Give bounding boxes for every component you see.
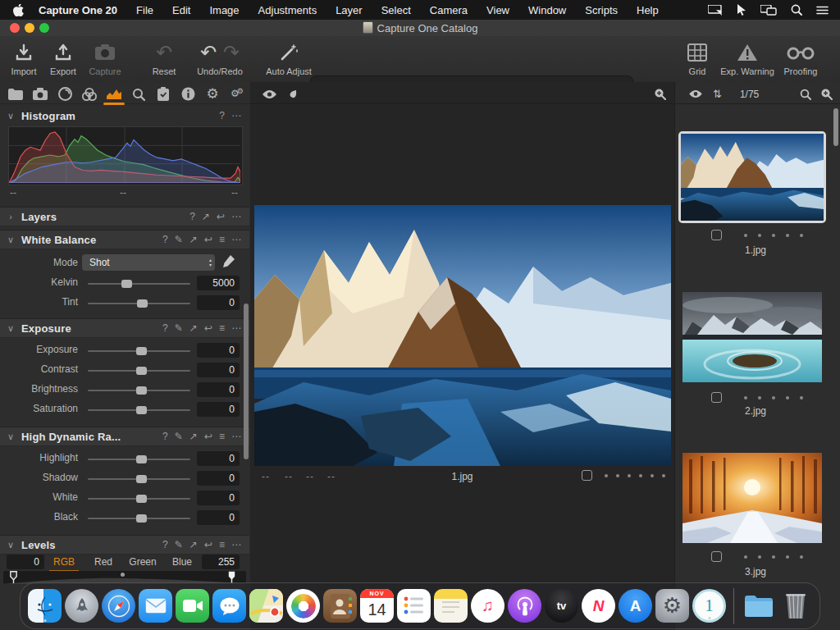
rating-dot[interactable]	[786, 555, 789, 559]
more-icon[interactable]: ⋯	[231, 427, 241, 445]
exposure-value[interactable]: 0	[197, 343, 240, 358]
rating-dot[interactable]	[758, 234, 761, 237]
help-icon[interactable]: ?	[162, 427, 168, 445]
menu-view[interactable]: View	[486, 4, 509, 16]
thumb-select-checkbox[interactable]	[711, 230, 722, 240]
levels-tab-red[interactable]: Red	[84, 556, 123, 568]
black-value[interactable]: 0	[197, 510, 240, 525]
dock-calendar-icon[interactable]: NOV 14	[360, 589, 394, 623]
reset-icon[interactable]: ↩	[204, 231, 212, 249]
shadow-slider[interactable]	[88, 478, 190, 480]
highlight-slider[interactable]	[88, 459, 190, 460]
dock-reminders-icon[interactable]	[397, 589, 431, 623]
eye-compare-icon[interactable]	[262, 89, 277, 99]
menu-select[interactable]: Select	[381, 4, 411, 16]
thumb-select-checkbox[interactable]	[711, 551, 722, 562]
menu-adjustments[interactable]: Adjustments	[258, 4, 317, 16]
white-value[interactable]: 0	[197, 491, 240, 505]
browser-scrollbar[interactable]	[833, 108, 838, 146]
rating-dot[interactable]	[772, 555, 775, 559]
more-icon[interactable]: ⋯	[231, 231, 241, 249]
highlight-value[interactable]: 0	[197, 451, 240, 466]
tint-slider[interactable]	[88, 303, 190, 304]
collapse-icon[interactable]: ∨	[0, 431, 21, 442]
tab-output-icon[interactable]: ⚙	[205, 87, 220, 102]
dock-trash-icon[interactable]	[778, 589, 812, 623]
thumb-select-checkbox[interactable]	[711, 392, 722, 403]
levels-mid-pin[interactable]	[121, 573, 125, 577]
dock-podcasts-icon[interactable]	[508, 589, 541, 623]
rating-dot[interactable]	[758, 555, 761, 559]
dock-capture-one-icon[interactable]: 1	[692, 589, 726, 623]
levels-shadow-pin[interactable]	[10, 571, 17, 582]
redo-icon[interactable]: ↷	[223, 43, 240, 62]
rating-dot[interactable]	[800, 555, 803, 559]
rating-dot[interactable]	[786, 396, 789, 399]
presets-icon[interactable]: ≡	[219, 536, 225, 554]
levels-tab-green[interactable]: Green	[123, 556, 162, 568]
undo-redo-button[interactable]: ↶ ↷ Undo/Redo	[187, 41, 253, 76]
dock-system-preferences-icon[interactable]: ⚙	[655, 589, 689, 623]
spotlight-search-icon[interactable]	[791, 4, 802, 16]
kelvin-value[interactable]: 5000	[197, 276, 240, 290]
tab-metadata-icon[interactable]	[180, 87, 195, 102]
dock-appstore-icon[interactable]: A	[619, 589, 652, 623]
help-icon[interactable]: ?	[189, 208, 195, 226]
color-tag-dot[interactable]	[662, 474, 665, 477]
shadow-value[interactable]: 0	[197, 471, 240, 486]
browser-zoom-icon[interactable]	[820, 88, 833, 100]
pointer-status-icon[interactable]	[737, 4, 746, 16]
dock-folder-icon[interactable]	[742, 589, 775, 623]
proofing-button[interactable]: Proofing	[779, 41, 822, 76]
sort-icon[interactable]: ⇅	[713, 88, 722, 100]
rating-dot[interactable]	[758, 396, 761, 399]
levels-high-value[interactable]: 255	[202, 555, 240, 569]
export-button[interactable]: Export	[44, 41, 82, 76]
collapse-icon[interactable]: ∨	[0, 235, 21, 245]
help-icon[interactable]: ?	[162, 231, 168, 249]
rating-dot[interactable]	[772, 234, 775, 237]
menu-app-name[interactable]: Capture One 20	[39, 4, 117, 16]
dock-messages-icon[interactable]	[212, 589, 246, 623]
collapse-icon[interactable]: ∨	[0, 111, 21, 121]
auto-adjust-button[interactable]: Auto Adjust	[258, 41, 320, 76]
viewer-photo[interactable]	[254, 205, 671, 466]
exposure-header[interactable]: ∨ Exposure ? ✎ ↗ ↩ ≡ ⋯	[0, 318, 249, 338]
expand-icon[interactable]: ›	[0, 212, 21, 221]
rating-dot[interactable]	[800, 234, 803, 237]
more-icon[interactable]: ⋯	[231, 107, 241, 125]
mask-brush-icon[interactable]	[288, 89, 299, 100]
menu-help[interactable]: Help	[637, 4, 659, 16]
viewer-zoom-icon[interactable]	[654, 88, 666, 100]
rating-dot[interactable]	[639, 474, 642, 477]
auto-icon[interactable]: ✎	[175, 427, 183, 445]
dock-news-icon[interactable]: N	[582, 589, 615, 623]
tab-capture-icon[interactable]	[33, 87, 48, 102]
thumbnail-1[interactable]	[678, 131, 826, 223]
tab-batch-icon[interactable]: ⚙⚙	[230, 87, 244, 102]
left-panel-scrollbar[interactable]	[244, 304, 249, 459]
reset-button[interactable]: ↶ Reset	[144, 41, 184, 76]
thumbnail-2[interactable]	[682, 292, 822, 382]
dock-mail-icon[interactable]	[139, 589, 172, 623]
rating-dot[interactable]	[744, 396, 747, 399]
menu-scripts[interactable]: Scripts	[585, 4, 618, 16]
tint-value[interactable]: 0	[197, 295, 240, 310]
rating-dot[interactable]	[800, 396, 803, 399]
pop-out-icon[interactable]: ↗	[189, 319, 198, 337]
dock-safari-icon[interactable]	[102, 589, 135, 623]
pop-out-icon[interactable]: ↗	[189, 427, 198, 445]
menu-window[interactable]: Window	[528, 4, 566, 16]
apple-menu-icon[interactable]	[13, 4, 24, 16]
notification-center-icon[interactable]	[816, 6, 829, 15]
pop-out-icon[interactable]: ↗	[189, 231, 198, 249]
tab-color-icon[interactable]	[82, 87, 97, 102]
layers-header[interactable]: › Layers ? ↗ ↩ ⋯	[0, 207, 249, 226]
dock-finder-icon[interactable]	[28, 589, 62, 623]
collapse-icon[interactable]: ∨	[0, 540, 21, 550]
rating-dot[interactable]	[744, 234, 747, 237]
thumbnail-3[interactable]	[682, 453, 822, 543]
pop-out-icon[interactable]: ↗	[202, 208, 210, 226]
auto-icon[interactable]: ✎	[175, 319, 183, 337]
dock-launchpad-icon[interactable]	[65, 589, 98, 623]
